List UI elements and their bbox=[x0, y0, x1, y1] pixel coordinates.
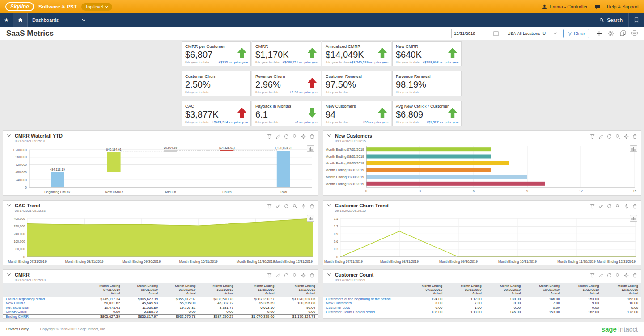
settings-icon[interactable] bbox=[301, 273, 306, 278]
edit-icon[interactable] bbox=[275, 273, 280, 278]
location-filter-select[interactable]: USA-All Locations--U bbox=[505, 29, 559, 38]
kpi-delta: +50 vs. prior year bbox=[363, 120, 389, 124]
row-label-link[interactable]: Customers at the beginning of the period bbox=[323, 297, 406, 301]
search-button[interactable]: Search bbox=[593, 13, 629, 27]
filter-icon[interactable] bbox=[590, 273, 595, 278]
collapse-chevron-icon[interactable] bbox=[327, 134, 331, 138]
zoom-icon[interactable] bbox=[292, 273, 297, 278]
kpi-card-cmrr-per-customer[interactable]: CMRR per Customer $6,807 this year to da… bbox=[182, 41, 251, 66]
filter-icon[interactable] bbox=[590, 204, 595, 209]
row-label-link[interactable]: Customer Loss bbox=[323, 306, 406, 310]
kpi-card-new-customers[interactable]: New Customers 94 this year to date +50 v… bbox=[322, 101, 391, 126]
table-row: Ending CMRR$805,627.39$856,817.97$932,57… bbox=[3, 314, 318, 319]
nav-right: Search bbox=[593, 13, 644, 27]
calendar-icon[interactable] bbox=[493, 31, 499, 36]
bookmark-button[interactable] bbox=[629, 13, 644, 27]
zoom-icon[interactable] bbox=[292, 204, 297, 209]
collapse-chevron-icon[interactable] bbox=[7, 204, 11, 207]
zoom-icon[interactable] bbox=[615, 134, 620, 139]
edit-icon[interactable] bbox=[275, 204, 280, 209]
kpi-card-cmrr[interactable]: CMRR $1,170K this year to date +$686,711… bbox=[252, 41, 321, 66]
edit-icon[interactable] bbox=[598, 134, 603, 139]
chevron-down-icon bbox=[105, 6, 108, 8]
svg-text:Month Ending 10/31/2019: Month Ending 10/31/2019 bbox=[326, 168, 364, 172]
settings-icon[interactable] bbox=[624, 273, 629, 278]
chart-options-button[interactable] bbox=[307, 145, 314, 152]
table-cell: 8.00 bbox=[406, 301, 445, 306]
table-row: CMRR Beginning Period$745,117.34$805,627… bbox=[3, 297, 318, 301]
svg-text:Month Ending 12/31/2019: Month Ending 12/31/2019 bbox=[326, 182, 364, 186]
edit-icon[interactable] bbox=[598, 204, 603, 209]
delete-icon[interactable] bbox=[309, 273, 314, 278]
zoom-icon[interactable] bbox=[615, 273, 620, 278]
settings-icon[interactable] bbox=[624, 134, 629, 139]
edit-icon[interactable] bbox=[598, 273, 603, 278]
svg-text:Month Ending 08/31/2019: Month Ending 08/31/2019 bbox=[326, 155, 364, 159]
settings-icon[interactable] bbox=[624, 204, 629, 209]
settings-icon[interactable] bbox=[608, 30, 614, 37]
collapse-chevron-icon[interactable] bbox=[7, 273, 11, 277]
add-icon[interactable] bbox=[596, 30, 602, 36]
delete-icon[interactable] bbox=[632, 134, 637, 139]
sage-intacct-logo: sage Intacct bbox=[602, 325, 638, 333]
table-cell: 132.00 bbox=[406, 310, 445, 315]
chart-options-button[interactable] bbox=[307, 215, 314, 222]
svg-text:0: 0 bbox=[336, 256, 338, 259]
home-icon bbox=[17, 17, 23, 23]
refresh-icon[interactable] bbox=[607, 273, 612, 278]
privacy-policy-link[interactable]: Privacy Policy bbox=[6, 327, 29, 331]
customer-count-data-table: Month Ending07/31/2019ActualMonth Ending… bbox=[323, 283, 641, 315]
settings-icon[interactable] bbox=[301, 134, 306, 139]
help-support-link[interactable]: Help & Support bbox=[607, 4, 639, 9]
delete-icon[interactable] bbox=[632, 204, 637, 209]
row-label-link[interactable]: CMRR Churn bbox=[3, 310, 85, 314]
copy-icon[interactable] bbox=[620, 30, 626, 36]
chat-icon[interactable] bbox=[594, 4, 600, 9]
delete-icon[interactable] bbox=[632, 273, 637, 278]
kpi-card-avg-new-cmrr-customer[interactable]: Avg New CMRR / Customer $6,809 this year… bbox=[392, 101, 462, 126]
row-label-link[interactable]: New CMRR bbox=[3, 301, 85, 306]
dashboards-menu[interactable]: Dashboards bbox=[28, 13, 90, 27]
home-button[interactable] bbox=[13, 13, 28, 27]
filter-icon[interactable] bbox=[590, 134, 595, 139]
clear-filters-button[interactable]: Clear bbox=[563, 29, 589, 38]
edit-icon[interactable] bbox=[275, 134, 280, 139]
collapse-chevron-icon[interactable] bbox=[327, 273, 331, 277]
favorites-button[interactable]: ★ bbox=[0, 13, 13, 27]
row-label-link[interactable]: Customer Count End of Period bbox=[323, 310, 406, 315]
delete-icon[interactable] bbox=[309, 134, 314, 139]
user-menu[interactable]: Emma - Controller bbox=[542, 4, 588, 9]
zoom-icon[interactable] bbox=[615, 204, 620, 209]
kpi-card-payback-in-months[interactable]: Payback in Months 6.1 this year to date … bbox=[252, 101, 321, 126]
collapse-chevron-icon[interactable] bbox=[7, 134, 11, 138]
collapse-chevron-icon[interactable] bbox=[327, 204, 331, 207]
kpi-card-annualized-cmrr[interactable]: Annualized CMRR $14,049K this year to da… bbox=[322, 41, 391, 66]
refresh-icon[interactable] bbox=[284, 273, 289, 278]
row-label-link[interactable]: CMRR Beginning Period bbox=[3, 297, 85, 301]
entity-selector[interactable]: Top level bbox=[81, 3, 112, 11]
delete-icon[interactable] bbox=[309, 204, 314, 209]
settings-icon[interactable] bbox=[301, 204, 306, 209]
chart-options-button[interactable] bbox=[630, 145, 637, 152]
kpi-card-cac[interactable]: CAC $3,877K this year to date +$424,314 … bbox=[182, 101, 251, 126]
new-customers-chart: 03691215Month Ending 07/31/2019Month End… bbox=[323, 144, 641, 197]
refresh-icon[interactable] bbox=[284, 134, 289, 139]
chart-options-button[interactable] bbox=[630, 215, 637, 222]
row-label-link[interactable]: Net Expansion bbox=[3, 306, 85, 310]
kpi-card-revenue-churn[interactable]: Revenue Churn 2.96% this year to date +2… bbox=[252, 71, 321, 96]
kpi-card-revenue-renewal[interactable]: Revenue Renewal 98.19% this year to date bbox=[392, 71, 462, 96]
refresh-icon[interactable] bbox=[284, 204, 289, 209]
print-icon[interactable] bbox=[631, 30, 638, 36]
row-label-link[interactable]: New Customers bbox=[323, 301, 406, 306]
refresh-icon[interactable] bbox=[607, 134, 612, 139]
filter-icon[interactable] bbox=[267, 273, 272, 278]
kpi-card-customer-churn[interactable]: Customer Churn 2.50% this year to date bbox=[182, 71, 251, 96]
filter-icon[interactable] bbox=[267, 134, 272, 139]
date-filter-input[interactable]: 12/31/2019 bbox=[451, 29, 501, 38]
kpi-card-new-cmrr[interactable]: New CMRR $640K this year to date +$398,9… bbox=[392, 41, 462, 66]
kpi-card-customer-renewal[interactable]: Customer Renewal 97.50% this year to dat… bbox=[322, 71, 391, 96]
zoom-icon[interactable] bbox=[292, 134, 297, 139]
row-label-link[interactable]: Ending CMRR bbox=[3, 314, 85, 319]
filter-icon[interactable] bbox=[267, 204, 272, 209]
refresh-icon[interactable] bbox=[607, 204, 612, 209]
